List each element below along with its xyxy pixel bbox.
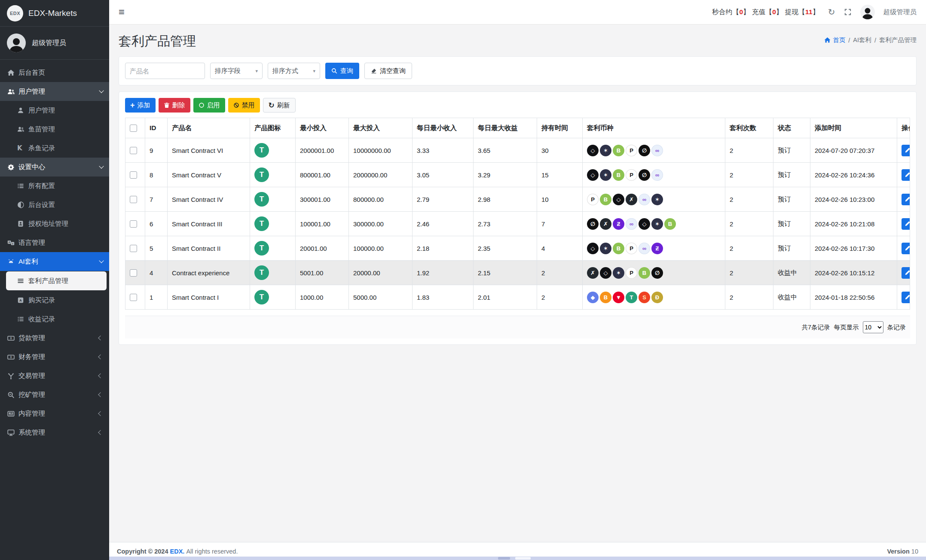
- search-button[interactable]: 查询: [325, 63, 359, 79]
- sidebar-item-mining-mgmt[interactable]: 挖矿管理: [0, 385, 109, 404]
- search-minus-icon: [7, 391, 18, 399]
- row-checkbox[interactable]: [130, 269, 137, 277]
- coin-icp-icon: ∞: [639, 243, 650, 254]
- sidebar-item-loan-mgmt[interactable]: 0 贷款管理: [0, 329, 109, 347]
- row-edit-button[interactable]: [902, 218, 910, 230]
- page-title: 套利产品管理: [119, 33, 196, 50]
- cell-id: 7: [145, 187, 168, 212]
- row-edit-button[interactable]: [902, 145, 910, 156]
- address-book-icon: [17, 220, 28, 227]
- pencil-icon: [905, 147, 910, 153]
- cell-arbitrage-coins: ◇✶BP∞Ƶ: [583, 236, 725, 261]
- coin-bch-icon: B: [600, 194, 611, 205]
- product-usdt-icon: T: [254, 216, 269, 231]
- sidebar-item-purchase-records[interactable]: A 购买记录: [0, 291, 109, 310]
- cell-product-name: Smart Contract III: [168, 212, 250, 236]
- coin-atom-icon: ✶: [613, 267, 624, 279]
- sidebar-item-ai-arbitrage[interactable]: AI套利: [0, 252, 109, 271]
- sort-order-select[interactable]: 排序方式 ▾: [268, 63, 320, 79]
- sidebar-item-dashboard[interactable]: 后台首页: [0, 63, 109, 82]
- product-usdt-icon: T: [254, 167, 269, 182]
- sidebar-item-content-mgmt[interactable]: 内容管理: [0, 404, 109, 423]
- cell-daily-max-profit: 2.98: [474, 187, 537, 212]
- sidebar-item-profit-records[interactable]: 收益记录: [0, 310, 109, 329]
- sidebar-item-settings-center[interactable]: 设置中心: [0, 158, 109, 177]
- seconds-contract-count: 0: [739, 8, 743, 15]
- row-edit-button[interactable]: [902, 292, 910, 303]
- disable-button[interactable]: 禁用: [228, 98, 260, 113]
- sidebar-item-users[interactable]: 用户管理: [0, 101, 109, 120]
- sidebar-item-user-mgmt[interactable]: 用户管理: [0, 82, 109, 101]
- sidebar-item-kill-records[interactable]: K 杀鱼记录: [0, 139, 109, 158]
- sidebar-item-language-mgmt[interactable]: Az 语言管理: [0, 233, 109, 252]
- cell-hold-time: 2: [537, 285, 583, 310]
- refresh-icon[interactable]: ↻: [828, 8, 835, 16]
- transfer-icon: [7, 372, 18, 380]
- cell-daily-max-profit: 2.15: [474, 261, 537, 285]
- footer-brand-link[interactable]: EDX.: [170, 548, 185, 555]
- cell-product-name: Smart Contract V: [168, 163, 250, 187]
- search-icon: [331, 68, 337, 74]
- cell-added-time: 2024-02-26 10:17:30: [810, 236, 897, 261]
- sidebar-item-auth-address[interactable]: 授权地址管理: [0, 214, 109, 233]
- hamburger-menu-icon[interactable]: ≡: [119, 7, 125, 17]
- breadcrumb-home-link[interactable]: 首页: [824, 36, 845, 44]
- sidebar-item-fry-mgmt[interactable]: 鱼苗管理: [0, 120, 109, 139]
- row-edit-button[interactable]: [902, 243, 910, 254]
- coin-dot-icon: P: [587, 194, 599, 205]
- cell-arbitrage-times: 2: [725, 285, 773, 310]
- sidebar-item-arbitrage-products[interactable]: 套利产品管理: [6, 271, 107, 290]
- row-checkbox[interactable]: [130, 220, 137, 228]
- row-checkbox[interactable]: [130, 245, 137, 252]
- cell-daily-min-income: 3.33: [413, 138, 474, 163]
- cell-arbitrage-coins: ∅✗Ƶ∞◇✶B: [583, 212, 725, 236]
- sidebar-user-panel: 超级管理员: [0, 27, 109, 60]
- sidebar-item-trade-mgmt[interactable]: 交易管理: [0, 366, 109, 385]
- clear-search-button[interactable]: 清空查询: [364, 63, 412, 79]
- enable-button[interactable]: 启用: [193, 98, 225, 113]
- cell-product-name: Smart Contract II: [168, 236, 250, 261]
- cell-actions: [897, 236, 910, 261]
- breadcrumb: 首页 / AI套利 / 套利产品管理: [824, 36, 917, 44]
- brand-row[interactable]: EDX EDX-Markets: [0, 0, 109, 27]
- language-icon: Az: [7, 239, 18, 247]
- cell-product-name: Smart Contract I: [168, 285, 250, 310]
- fullscreen-icon[interactable]: [844, 8, 852, 16]
- chevron-left-icon: [98, 373, 103, 378]
- sidebar-item-all-config[interactable]: 所有配置: [0, 177, 109, 195]
- select-all-checkbox[interactable]: [130, 125, 137, 132]
- cell-min-invest: 2000001.00: [296, 138, 349, 163]
- coin-xrp-icon: ✗: [626, 194, 637, 205]
- coin-atom-icon: ✶: [600, 169, 611, 181]
- product-usdt-icon: T: [254, 192, 269, 207]
- cell-min-invest: 800001.00: [296, 163, 349, 187]
- plus-icon: +: [130, 101, 135, 109]
- row-checkbox[interactable]: [130, 147, 137, 154]
- cell-actions: [897, 187, 910, 212]
- cell-daily-max-profit: 2.01: [474, 285, 537, 310]
- coin-eos-icon: ◇: [613, 194, 624, 205]
- delete-button[interactable]: 删除: [159, 98, 190, 113]
- user-avatar[interactable]: [860, 5, 875, 19]
- row-checkbox[interactable]: [130, 196, 137, 203]
- row-checkbox[interactable]: [130, 171, 137, 179]
- row-edit-button[interactable]: [902, 267, 910, 279]
- sidebar-item-finance-mgmt[interactable]: 0 财务管理: [0, 347, 109, 366]
- users-icon: [7, 88, 18, 95]
- svg-text:0: 0: [10, 336, 12, 339]
- product-name-input[interactable]: [125, 63, 205, 79]
- sort-field-select[interactable]: 排序字段 ▾: [210, 63, 263, 79]
- row-edit-button[interactable]: [902, 194, 910, 205]
- coin-bch-icon: B: [613, 169, 624, 181]
- header-username[interactable]: 超级管理员: [883, 8, 917, 17]
- sidebar-item-backend-settings[interactable]: 后台设置: [0, 195, 109, 214]
- total-records-text: 共7条记录: [801, 323, 830, 332]
- header-stats[interactable]: 秒合约【0】 充值【0】 提现【11】: [712, 8, 819, 17]
- row-edit-button[interactable]: [902, 169, 910, 181]
- row-checkbox[interactable]: [130, 294, 137, 301]
- add-button[interactable]: +添加: [125, 98, 156, 113]
- sidebar-item-system-mgmt[interactable]: 系统管理: [0, 423, 109, 442]
- copyright-text: Copyright © 2024: [117, 548, 168, 555]
- per-page-select[interactable]: 10: [863, 321, 883, 333]
- refresh-button[interactable]: ↻刷新: [263, 98, 296, 113]
